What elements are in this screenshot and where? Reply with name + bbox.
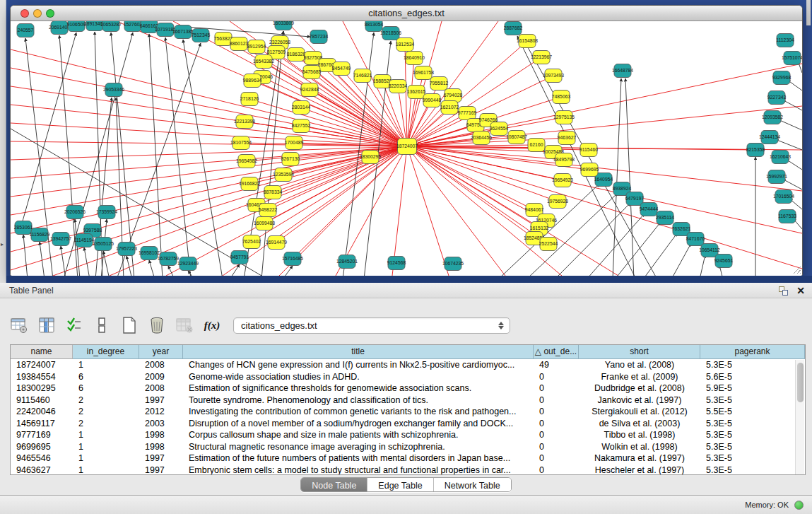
network-node[interactable]: 9457791 [230,251,249,264]
table-cell[interactable]: Structural magnetic resonance image aver… [183,441,534,453]
column-header-short[interactable]: short [579,345,700,359]
network-node[interactable]: 18640910 [404,52,425,65]
network-node[interactable]: 16543382 [253,55,274,69]
row-mode-icon[interactable] [93,316,111,334]
network-node[interactable]: 12444134 [759,131,780,144]
table-cell[interactable]: 5.3E-5 [700,395,805,407]
network-node[interactable]: 7857234 [310,30,329,44]
network-node[interactable]: 8878334 [264,186,283,199]
column-header-in_degree[interactable]: in_degree [73,345,139,359]
network-node[interactable]: 16099488 [254,217,275,230]
network-node[interactable]: 12975135 [553,111,575,124]
table-cell[interactable]: 2 [73,418,139,430]
network-node[interactable]: 15716485 [282,252,303,266]
network-node[interactable]: 1621072 [440,101,459,115]
network-node[interactable]: 18495798 [553,153,575,167]
network-node[interactable]: 8912954 [247,40,266,54]
table-selector-dropdown[interactable]: citations_edges.txt [233,317,510,334]
table-cell[interactable]: 5.3E-5 [700,465,805,476]
table-cell[interactable]: Estimation of the future numbers of pati… [183,452,534,465]
table-cell[interactable]: 5.3E-5 [700,418,805,430]
network-node[interactable]: 1700489 [285,136,304,150]
table-cell[interactable]: 5.9E-5 [700,382,805,395]
expand-panel-arrow-icon[interactable]: ▸ [1,241,4,247]
network-node[interactable]: 16210643 [770,151,791,164]
table-cell[interactable]: Tibbo et al. (1998) [579,429,700,441]
network-node[interactable]: 12845201 [336,255,358,269]
network-node[interactable]: 7485063 [552,90,571,104]
network-node[interactable]: 16914479 [266,236,287,250]
table-scrollbar[interactable] [795,360,804,475]
hub-node[interactable]: 18724007 [396,139,418,155]
network-node[interactable]: 5475685 [302,66,322,79]
network-node[interactable]: 3624554 [490,122,509,136]
table-cell[interactable]: 22420046 [11,406,73,418]
network-node[interactable]: 20206526 [64,206,86,219]
delete-table-icon[interactable] [148,316,166,334]
table-cell[interactable]: 1997 [139,452,183,465]
table-row[interactable]: 946554611997Estimation of the future num… [11,452,805,465]
table-cell[interactable]: 5.5E-5 [700,406,805,418]
table-cell[interactable]: 0 [534,395,579,407]
table-cell[interactable]: 0 [534,429,579,441]
table-row[interactable]: 1872400712008Changes of HCN gene express… [11,359,805,371]
table-row[interactable]: 911546021997Tourette syndrome. Phenomeno… [11,395,805,407]
table-cell[interactable]: de Silva et al. (2003) [579,418,700,430]
table-cell[interactable]: Estimation of significance thresholds fo… [183,382,534,395]
table-cell[interactable]: 2008 [139,359,183,371]
network-node[interactable]: 8454749 [332,62,351,76]
table-cell[interactable]: Hescheler et al. (1997) [579,465,700,476]
zoom-window-icon[interactable] [46,9,54,18]
table-cell[interactable]: 1998 [139,429,183,441]
table-cell[interactable]: 5.6E-5 [700,371,805,383]
network-node[interactable]: 16958107 [139,247,160,260]
table-cell[interactable]: 9777169 [11,429,73,441]
network-node[interactable]: 9245651 [714,255,734,268]
table-cell[interactable]: Wolkin et al. (1998) [579,441,700,453]
network-node[interactable]: 9463627 [558,132,577,145]
network-node[interactable]: 11156829 [29,228,49,242]
network-node[interactable]: 12353594 [273,168,294,182]
network-node[interactable]: 7625402 [242,235,261,249]
float-panel-icon[interactable] [779,286,788,296]
network-node[interactable]: 2718126 [240,93,259,106]
network-node[interactable]: 9777169 [458,107,477,120]
network-node[interactable]: 9106509 [67,21,86,32]
network-node[interactable]: 13505125 [93,238,114,251]
new-table-icon[interactable] [120,316,139,334]
network-node[interactable]: 9699695 [580,163,599,177]
table-cell[interactable]: 14569117 [11,418,73,430]
network-node[interactable]: 9227343 [767,91,787,105]
table-row[interactable]: 2242004622012Investigating the contribut… [11,406,805,418]
table-cell[interactable]: Investigating the contribution of common… [183,406,534,418]
network-node[interactable]: 12213398 [234,115,255,129]
network-canvas[interactable]: 2405572069140691065091891340210653287152… [11,21,802,276]
table-cell[interactable]: 1 [73,429,139,441]
table-cell[interactable]: 2 [73,406,139,418]
network-node[interactable]: 17957223 [116,243,137,256]
network-node[interactable]: 2935114 [656,211,674,225]
table-cell[interactable]: 2009 [139,371,183,383]
table-cell[interactable]: 0 [534,441,579,453]
table-cell[interactable]: 1 [73,441,139,453]
network-node[interactable]: 8471676 [686,233,705,246]
table-cell[interactable]: Genome-wide association studies in ADHD. [183,371,534,383]
network-node[interactable]: 8215358 [746,144,765,157]
close-window-icon[interactable] [20,9,29,18]
table-cell[interactable]: 9699695 [11,441,73,453]
table-row[interactable]: 1456911722003Disruption of a novel membe… [11,418,805,430]
table-cell[interactable]: 1998 [139,441,183,453]
network-node[interactable]: 19654982 [236,155,257,168]
table-cell[interactable]: 5.3E-5 [700,441,805,453]
network-node[interactable]: 15751074 [782,52,802,65]
network-node[interactable]: 13942757 [50,233,71,246]
table-cell[interactable]: Jankovic et al. (1997) [579,395,700,407]
network-node[interactable]: 7512345 [192,29,211,42]
network-node[interactable]: 1362615 [407,86,426,99]
network-node[interactable]: 8220334 [389,80,408,93]
network-node[interactable]: 16154808 [517,35,538,48]
table-row[interactable]: 1938455462009Genome-wide association stu… [11,371,805,383]
column-header-year[interactable]: year [139,345,183,359]
table-cell[interactable]: Dudbridge et al. (2008) [579,382,700,395]
function-builder-icon[interactable]: f(x) [203,316,221,334]
